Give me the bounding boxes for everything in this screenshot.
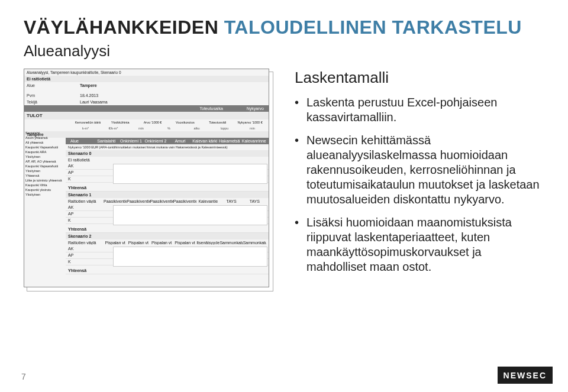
text-heading: Laskentamalli [295, 69, 544, 87]
bullet-1: Laskenta perustuu Excel-pohjaiseen kassa… [295, 95, 544, 125]
slide-subtitle: Alueanalyysi [24, 42, 544, 60]
title-part1: VÄYLÄHANKKEIDEN [24, 17, 224, 38]
shot-breadcrumb: Alueanalyysi, Tampereen kaupunkiraitioti… [24, 69, 269, 76]
shot-ei-raitio: Ei raitiotietä [24, 76, 269, 82]
slide-title: VÄYLÄHANKKEIDEN TALOUDELLINEN TARKASTELU [24, 17, 544, 38]
bullet-3: Lisäksi huomioidaan maanomistuksista rii… [295, 215, 544, 274]
shot-sidebar: Santalahti Asuin yhteensä Ali yhteensä K… [25, 131, 63, 197]
newsec-logo: NEWSEC [498, 367, 553, 384]
page-number: 7 [21, 372, 26, 381]
screenshot-mock: Alueanalyysi, Tampereen kaupunkiraitioti… [24, 69, 278, 287]
bullet-2: Newsecin kehittämässä alueanalyysilaskel… [295, 133, 544, 207]
title-part2: TALOUDELLINEN TARKASTELU [224, 17, 522, 38]
text-column: Laskentamalli Laskenta perustuu Excel-po… [295, 69, 544, 283]
